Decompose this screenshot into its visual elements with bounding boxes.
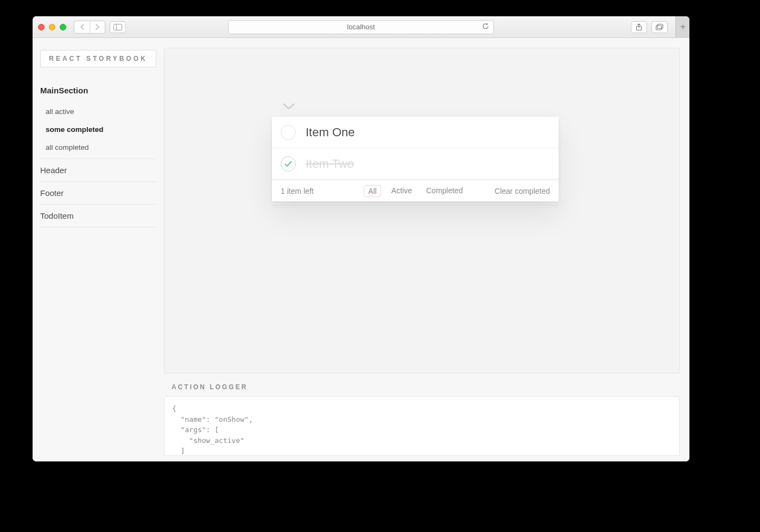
sidebar-toggle-button[interactable] [110,21,126,33]
group-header[interactable]: Header [40,159,156,182]
address-text: localhost [347,23,375,31]
storybook-sidebar: REACT STORYBOOK MainSection all active s… [33,38,164,461]
close-window-button[interactable] [38,24,45,30]
svg-rect-0 [114,24,122,30]
titlebar: localhost ＋ [33,16,689,38]
todo-label[interactable]: Item Two [306,157,354,171]
checkbox-checked-icon[interactable] [281,156,296,172]
action-logger-title: ACTION LOGGER [172,383,680,391]
tabs-button[interactable] [651,21,668,33]
toggle-all-icon[interactable] [283,99,295,113]
preview-frame: Item One Item Two 1 item left All [164,48,680,373]
todo-item: Item Two [272,148,559,180]
nav-buttons [74,21,105,34]
brand: REACT STORYBOOK [40,50,156,67]
todo-footer: 1 item left All Active Completed Clear c… [272,180,559,201]
filter-completed[interactable]: Completed [422,185,467,197]
window-controls [38,24,66,30]
new-tab-button[interactable]: ＋ [675,16,689,38]
share-button[interactable] [631,21,647,33]
group-todoitem[interactable]: TodoItem [40,205,156,227]
todo-label[interactable]: Item One [306,125,354,140]
filter-list: All Active Completed [272,185,559,197]
address-bar[interactable]: localhost [228,20,494,34]
story-all-active[interactable]: all active [40,103,156,121]
group-mainsection[interactable]: MainSection [40,86,156,99]
todo-list: Item One Item Two [272,117,559,180]
main-area: Item One Item Two 1 item left All [164,38,689,461]
checkbox-icon[interactable] [281,125,296,140]
minimize-window-button[interactable] [49,24,55,30]
svg-rect-4 [657,24,663,28]
story-all-completed[interactable]: all completed [40,138,156,156]
todo-item: Item One [272,117,559,148]
filter-all[interactable]: All [364,185,381,197]
story-some-completed[interactable]: some completed [40,121,156,138]
svg-rect-3 [656,26,662,30]
app-body: REACT STORYBOOK MainSection all active s… [33,38,689,461]
back-button[interactable] [74,21,90,33]
toolbar-right: ＋ [631,16,684,38]
browser-window: localhost ＋ REACT STORYBOOK MainSection … [33,16,689,461]
fullscreen-window-button[interactable] [60,24,66,30]
filter-active[interactable]: Active [388,185,416,197]
reload-button[interactable] [482,23,489,31]
forward-button[interactable] [90,21,105,33]
action-logger: { "name": "onShow", "args": [ "show_acti… [164,396,680,456]
group-footer[interactable]: Footer [40,182,156,205]
todo-app: Item One Item Two 1 item left All [272,117,559,201]
